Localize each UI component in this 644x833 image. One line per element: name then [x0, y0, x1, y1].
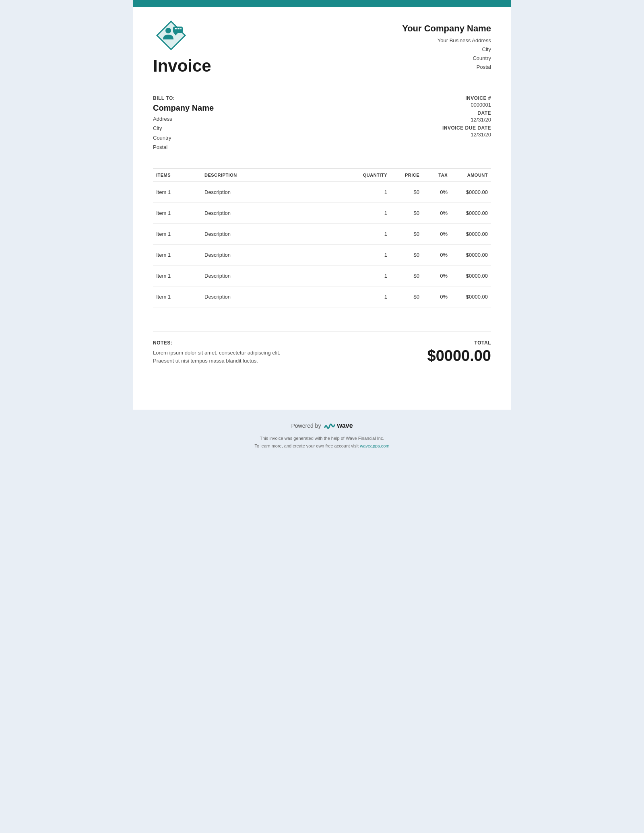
table-header-row: ITEMS DESCRIPTION QUANTITY PRICE TAX AMO…	[153, 168, 491, 181]
powered-by-section: Powered by wave This invoice was generat…	[133, 410, 511, 458]
footer-line2: To learn more, and create your own free …	[254, 442, 389, 450]
company-city: City	[402, 45, 491, 54]
row-tax-5: 0%	[423, 286, 451, 307]
total-label: TOTAL	[402, 340, 491, 346]
row-desc-3: Description	[201, 244, 350, 265]
col-description: DESCRIPTION	[201, 168, 350, 181]
svg-rect-3	[175, 28, 177, 29]
logo-section: Invoice	[153, 19, 211, 76]
footer-link[interactable]: waveapps.com	[360, 443, 389, 448]
row-desc-2: Description	[201, 223, 350, 244]
notes-line2: Praesent ut nisi tempus massa blandit lu…	[153, 357, 402, 365]
col-amount: AMOUNT	[451, 168, 491, 181]
row-amount-0: $0000.00	[451, 181, 491, 202]
notes-total-section: NOTES: Lorem ipsum dolor sit amet, conse…	[133, 332, 511, 378]
svg-point-0	[165, 28, 171, 33]
invoice-title: Invoice	[153, 56, 211, 76]
footer-line1: This invoice was generated with the help…	[254, 435, 389, 442]
col-tax: TAX	[423, 168, 451, 181]
bill-to-section: BILL TO: Company Name Address City Count…	[153, 95, 402, 152]
row-price-5: $0	[390, 286, 423, 307]
bill-to-label: BILL TO:	[153, 95, 402, 101]
company-name: Your Company Name	[402, 23, 491, 34]
notes-line1: Lorem ipsum dolor sit amet, consectetur …	[153, 349, 402, 357]
due-date-value-row: 12/31/20	[402, 132, 491, 138]
invoice-number-value-row: 0000001	[402, 102, 491, 108]
wave-name: wave	[337, 422, 353, 429]
client-address: Address	[153, 114, 402, 124]
company-info: Your Company Name Your Business Address …	[402, 19, 491, 72]
date-value: 12/31/20	[463, 117, 491, 123]
total-section: TOTAL $0000.00	[402, 340, 491, 365]
header-section: Invoice Your Company Name Your Business …	[133, 7, 511, 84]
row-price-0: $0	[390, 181, 423, 202]
company-address: Your Business Address	[402, 36, 491, 45]
row-qty-1: 1	[350, 202, 390, 223]
client-country: Country	[153, 133, 402, 142]
total-amount: $0000.00	[402, 347, 491, 365]
row-item-4: Item 1	[153, 265, 201, 286]
row-desc-1: Description	[201, 202, 350, 223]
col-quantity: QUANTITY	[350, 168, 390, 181]
powered-by-footer: This invoice was generated with the help…	[254, 435, 389, 449]
svg-rect-4	[178, 28, 180, 29]
table-row: Item 1 Description 1 $0 0% $0000.00	[153, 223, 491, 244]
due-date-value: 12/31/20	[463, 132, 491, 138]
row-desc-4: Description	[201, 265, 350, 286]
svg-rect-5	[180, 28, 182, 29]
top-bar	[133, 0, 511, 7]
company-country: Country	[402, 54, 491, 63]
spacer	[133, 307, 511, 332]
invoice-meta: INVOICE # 0000001 DATE 12/31/20 INVOICE …	[402, 95, 491, 152]
row-item-0: Item 1	[153, 181, 201, 202]
svg-rect-1	[173, 27, 183, 33]
col-items: ITEMS	[153, 168, 201, 181]
row-desc-5: Description	[201, 286, 350, 307]
row-price-2: $0	[390, 223, 423, 244]
row-amount-3: $0000.00	[451, 244, 491, 265]
row-tax-1: 0%	[423, 202, 451, 223]
row-tax-0: 0%	[423, 181, 451, 202]
row-qty-4: 1	[350, 265, 390, 286]
row-item-2: Item 1	[153, 223, 201, 244]
row-price-4: $0	[390, 265, 423, 286]
billing-section: BILL TO: Company Name Address City Count…	[133, 84, 511, 160]
table-row: Item 1 Description 1 $0 0% $0000.00	[153, 286, 491, 307]
row-amount-5: $0000.00	[451, 286, 491, 307]
row-tax-2: 0%	[423, 223, 451, 244]
invoice-number-label: INVOICE #	[465, 95, 491, 101]
client-name: Company Name	[153, 103, 402, 113]
date-label: DATE	[477, 110, 491, 116]
table-row: Item 1 Description 1 $0 0% $0000.00	[153, 244, 491, 265]
client-postal: Postal	[153, 142, 402, 152]
invoice-number-row: INVOICE #	[402, 95, 491, 101]
invoice-number-value: 0000001	[463, 102, 491, 108]
row-qty-3: 1	[350, 244, 390, 265]
row-item-1: Item 1	[153, 202, 201, 223]
date-row: DATE	[402, 110, 491, 116]
wave-logo-icon	[324, 422, 335, 430]
wave-logo: wave	[324, 422, 353, 430]
row-price-3: $0	[390, 244, 423, 265]
col-price: PRICE	[390, 168, 423, 181]
due-date-label: INVOICE DUE DATE	[442, 125, 491, 131]
row-qty-5: 1	[350, 286, 390, 307]
company-logo-icon	[153, 19, 189, 52]
notes-label: NOTES:	[153, 340, 402, 346]
row-tax-4: 0%	[423, 265, 451, 286]
items-table: ITEMS DESCRIPTION QUANTITY PRICE TAX AMO…	[153, 168, 491, 307]
row-amount-2: $0000.00	[451, 223, 491, 244]
client-city: City	[153, 124, 402, 133]
row-qty-2: 1	[350, 223, 390, 244]
date-value-row: 12/31/20	[402, 117, 491, 123]
row-amount-1: $0000.00	[451, 202, 491, 223]
row-item-5: Item 1	[153, 286, 201, 307]
row-desc-0: Description	[201, 181, 350, 202]
row-price-1: $0	[390, 202, 423, 223]
invoice-page: Invoice Your Company Name Your Business …	[133, 0, 511, 458]
row-qty-0: 1	[350, 181, 390, 202]
notes-text: Lorem ipsum dolor sit amet, consectetur …	[153, 349, 402, 366]
company-postal: Postal	[402, 63, 491, 72]
due-date-row: INVOICE DUE DATE	[402, 125, 491, 131]
powered-by-row: Powered by wave	[291, 422, 353, 430]
